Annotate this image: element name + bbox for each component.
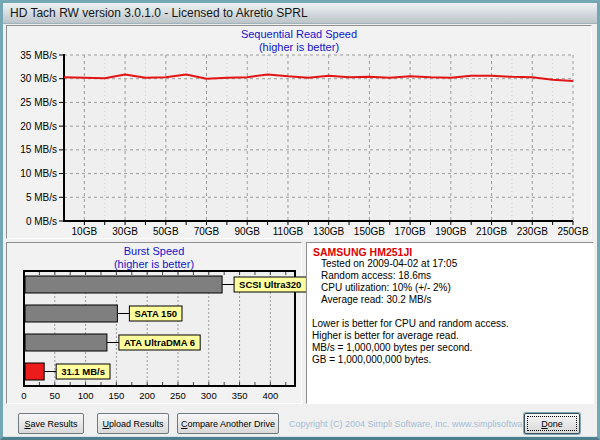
svg-text:5 MB/s: 5 MB/s [26, 192, 57, 203]
svg-text:50GB: 50GB [153, 226, 179, 237]
notes-block: Lower is better for CPU and random acces… [312, 318, 589, 366]
svg-text:SATA 150: SATA 150 [134, 308, 177, 319]
svg-text:10 MB/s: 10 MB/s [20, 168, 57, 179]
window-title: HD Tach RW version 3.0.1.0 - Licensed to… [10, 6, 308, 20]
svg-text:250: 250 [170, 390, 186, 401]
svg-text:ATA UltraDMA 6: ATA UltraDMA 6 [124, 337, 195, 348]
drive-detail-average-read: Average read: 30.2 MB/s [321, 294, 589, 306]
svg-text:10GB: 10GB [72, 226, 98, 237]
svg-text:200: 200 [139, 390, 155, 401]
svg-text:400: 400 [262, 390, 278, 401]
svg-text:150: 150 [108, 390, 124, 401]
svg-text:35 MB/s: 35 MB/s [20, 50, 57, 61]
svg-text:130GB: 130GB [313, 226, 344, 237]
chart-title-line: Sequential Read Speed [7, 28, 591, 41]
client-area: Sequential Read Speed (higher is better)… [3, 24, 597, 436]
svg-text:110GB: 110GB [273, 226, 304, 237]
chart-title-line: Burst Speed [7, 245, 301, 258]
drive-detail-tested: Tested on 2009-04-02 at 17:05 [321, 258, 589, 270]
note-line: Higher is better for average read. [312, 330, 589, 342]
svg-text:15 MB/s: 15 MB/s [20, 144, 57, 155]
svg-text:70GB: 70GB [194, 226, 220, 237]
svg-text:20 MB/s: 20 MB/s [20, 121, 57, 132]
save-results-button[interactable]: Save Results [18, 413, 84, 434]
compare-another-drive-button[interactable]: Compare Another Drive [177, 413, 279, 434]
sequential-chart-title: Sequential Read Speed (higher is better) [7, 26, 591, 54]
svg-text:170GB: 170GB [395, 226, 426, 237]
sequential-read-chart: 0 MB/s5 MB/s10 MB/s15 MB/s20 MB/s25 MB/s… [7, 52, 591, 238]
done-button[interactable]: Done [524, 413, 580, 434]
drive-info-panel: SAMSUNG HM251JI Tested on 2009-04-02 at … [306, 242, 594, 404]
svg-text:350: 350 [232, 390, 248, 401]
svg-text:0 MB/s: 0 MB/s [26, 216, 57, 227]
burst-chart-title: Burst Speed (higher is better) [7, 243, 301, 271]
note-line: GB = 1,000,000,000 bytes. [312, 354, 589, 366]
svg-text:31.1 MB/s: 31.1 MB/s [61, 366, 105, 377]
sequential-read-panel: Sequential Read Speed (higher is better)… [6, 25, 592, 239]
svg-text:300: 300 [201, 390, 217, 401]
svg-text:25 MB/s: 25 MB/s [20, 97, 57, 108]
drive-name: SAMSUNG HM251JI [313, 246, 589, 258]
app-window: HD Tach RW version 3.0.1.0 - Licensed to… [0, 0, 600, 440]
svg-text:150GB: 150GB [354, 226, 385, 237]
svg-text:230GB: 230GB [517, 226, 548, 237]
svg-text:30GB: 30GB [112, 226, 138, 237]
note-line: MB/s = 1,000,000 bytes per second. [312, 342, 589, 354]
drive-detail-cpu-utilization: CPU utilization: 10% (+/- 2%) [321, 282, 589, 294]
svg-text:90GB: 90GB [234, 226, 260, 237]
svg-text:190GB: 190GB [435, 226, 466, 237]
burst-speed-panel: Burst Speed (higher is better) SCSI Ultr… [6, 242, 302, 404]
svg-text:210GB: 210GB [476, 226, 507, 237]
svg-text:0: 0 [21, 390, 26, 401]
upload-results-button[interactable]: Upload Results [97, 413, 169, 434]
svg-text:250GB: 250GB [557, 226, 588, 237]
drive-detail-random-access: Random access: 18.6ms [321, 270, 589, 282]
svg-text:30 MB/s: 30 MB/s [20, 73, 57, 84]
copyright-text: Copyright (C) 2004 Simpli Software, Inc.… [289, 419, 521, 429]
svg-text:50: 50 [50, 390, 61, 401]
svg-text:SCSI Ultra320: SCSI Ultra320 [239, 279, 301, 290]
svg-text:100: 100 [78, 390, 94, 401]
title-bar[interactable]: HD Tach RW version 3.0.1.0 - Licensed to… [3, 3, 597, 24]
note-line: Lower is better for CPU and random acces… [312, 318, 589, 330]
burst-speed-chart: SCSI Ultra320SATA 150ATA UltraDMA 631.1 … [7, 269, 299, 403]
